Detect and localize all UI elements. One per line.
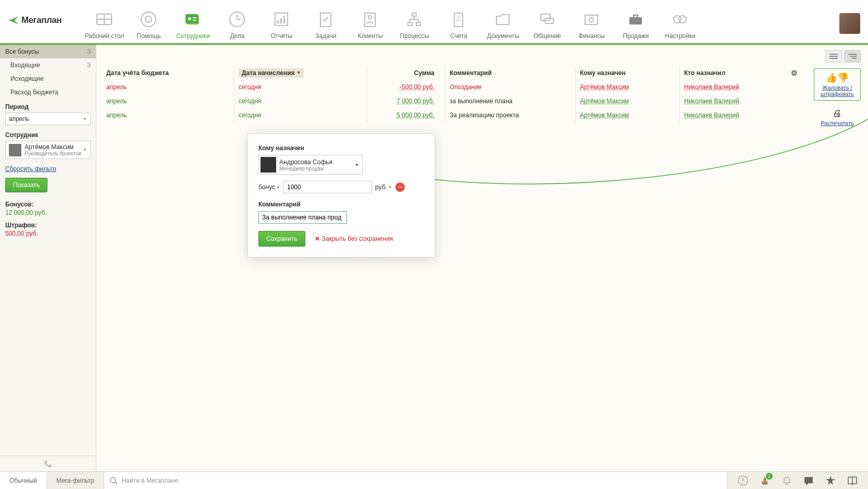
reset-filter-link[interactable]: Сбросить фильтр (0, 163, 96, 178)
currency-select[interactable]: руб.▼ (375, 184, 392, 191)
user-avatar[interactable] (839, 13, 860, 34)
main: Дата учёта бюджета Дата начисления▼ Сумм… (96, 45, 868, 471)
search-icon (109, 476, 118, 485)
svg-rect-36 (634, 15, 638, 18)
phone-icon (43, 459, 53, 469)
nav-help[interactable]: Помощь (127, 5, 171, 40)
list-icon (829, 53, 838, 59)
bonus-total-header: Бонусов: (5, 201, 91, 208)
th-settings[interactable]: ⚙ (784, 66, 800, 80)
svg-point-50 (742, 483, 743, 484)
svg-rect-8 (193, 17, 196, 18)
table-header: Дата учёта бюджета Дата начисления▼ Сумм… (96, 66, 868, 80)
th-budget[interactable]: Дата учёта бюджета (104, 66, 234, 80)
footer-icons: 1 (727, 475, 868, 486)
remove-button[interactable]: − (395, 182, 405, 192)
print-button[interactable]: 🖨 Распечатать (821, 108, 853, 126)
save-button[interactable]: Сохранить (258, 231, 305, 247)
view-controls (825, 50, 861, 63)
employee-select[interactable]: Артёмов Максим Руководитель проектов ▼ (5, 141, 91, 159)
global-search[interactable]: Найти в Мегаплане (104, 472, 727, 489)
tree-icon (848, 53, 857, 59)
view-tree-button[interactable] (844, 50, 861, 63)
svg-rect-27 (454, 13, 463, 27)
logo-text: Мегаплан (21, 15, 61, 26)
comment-input[interactable] (258, 211, 347, 224)
bonus-amount-input[interactable] (283, 181, 372, 193)
book-icon[interactable] (847, 475, 858, 486)
reward-button[interactable]: 👍👎 Жаловать / штрафовать (814, 68, 861, 101)
sidebar-all-bonuses[interactable]: Все бонусы3 (0, 45, 96, 58)
table-row[interactable]: апрель сегодня 7 000,00 руб. за выполнен… (96, 94, 868, 108)
svg-rect-18 (365, 13, 375, 27)
svg-rect-22 (416, 22, 420, 26)
nav-finance[interactable]: Финансы (569, 5, 614, 40)
thumbs-icon: 👍👎 (819, 72, 856, 83)
th-assigner[interactable]: Кто назначил (680, 66, 784, 80)
layout: Все бонусы3 Входящие3 Исходящие Расход б… (0, 45, 868, 471)
svg-point-19 (368, 16, 371, 19)
cancel-link[interactable]: ✕Закрыть без сохранения (315, 235, 393, 242)
footer-tab-mega[interactable]: Мега-фильтр (47, 472, 104, 489)
sidebar-incoming[interactable]: Входящие3 (0, 58, 96, 72)
sidebar-outgoing[interactable]: Исходящие (0, 72, 96, 85)
svg-rect-33 (585, 15, 598, 25)
nav-chat[interactable]: Общение (525, 5, 569, 40)
svg-rect-52 (804, 477, 813, 483)
print-icon: 🖨 (821, 108, 853, 119)
avatar (261, 157, 276, 173)
footer-tab-normal[interactable]: Обычный (0, 472, 47, 489)
nav-accounts[interactable]: Счета (437, 5, 481, 40)
sidebar-budget[interactable]: Расход бюджета (0, 85, 96, 99)
svg-marker-53 (806, 483, 809, 485)
svg-rect-20 (412, 13, 416, 16)
th-sum[interactable]: Сумма (367, 66, 445, 80)
fine-total-header: Штрафов: (5, 222, 91, 229)
svg-rect-15 (280, 18, 282, 23)
svg-line-47 (115, 482, 117, 484)
svg-point-34 (589, 18, 593, 22)
info-icon[interactable] (738, 475, 748, 486)
modal-assignee-label: Кому назначен (258, 144, 424, 152)
th-comment[interactable]: Комментарий (445, 66, 576, 80)
employee-header: Сотрудник (0, 127, 96, 141)
top-nav: Рабочий стол Помощь Сотрудники Дела Отчё… (82, 5, 787, 40)
svg-point-4 (145, 16, 152, 22)
fire-icon[interactable]: 1 (760, 475, 770, 486)
nav-sales[interactable]: Продажи (614, 5, 658, 40)
table-row[interactable]: апрель сегодня 5 000,00 руб. За реализац… (96, 108, 868, 122)
nav-settings[interactable]: Настройки (658, 5, 702, 40)
svg-point-38 (679, 16, 686, 23)
bell-icon[interactable] (782, 475, 792, 486)
nav-processes[interactable]: Процессы (392, 5, 437, 40)
period-select[interactable]: апрель▼ (5, 113, 91, 125)
modal-comment-label: Комментарий (258, 201, 424, 208)
nav-desktop[interactable]: Рабочий стол (82, 5, 127, 40)
logo-icon (8, 15, 19, 26)
chat-icon[interactable] (803, 475, 814, 486)
th-date[interactable]: Дата начисления▼ (234, 66, 367, 80)
bonus-modal: Кому назначен Андросова Софья Менеджер п… (247, 133, 435, 258)
nav-reports[interactable]: Отчёты (259, 5, 304, 40)
table-row[interactable]: апрель сегодня -500,00 руб. Опоздание Ар… (96, 80, 868, 94)
svg-rect-14 (277, 20, 279, 23)
nav-clients[interactable]: Клиенты (348, 5, 392, 40)
svg-rect-21 (408, 22, 412, 26)
nav-employees[interactable]: Сотрудники (171, 5, 215, 40)
chevron-down-icon: ▼ (83, 117, 87, 121)
nav-deals[interactable]: Дела (215, 5, 259, 40)
right-panel: 👍👎 Жаловать / штрафовать 🖨 Распечатать (814, 68, 861, 126)
nav-documents[interactable]: Документы (481, 5, 525, 40)
close-icon: ✕ (315, 235, 320, 242)
bonus-type-select[interactable]: бонус▼ (258, 184, 280, 191)
nav-tasks[interactable]: Задачи (304, 5, 348, 40)
show-button[interactable]: Показать (5, 178, 47, 192)
logo[interactable]: Мегаплан (8, 15, 61, 26)
phone-bar[interactable] (0, 456, 96, 471)
view-list-button[interactable] (825, 50, 842, 63)
bonus-total-value: 12 000,00 руб. (5, 209, 91, 216)
star-icon[interactable] (825, 475, 836, 486)
th-assignee[interactable]: Кому назначен (576, 66, 680, 80)
modal-assignee-select[interactable]: Андросова Софья Менеджер продаж ▼ (258, 155, 363, 175)
gear-icon: ⚙ (791, 69, 798, 77)
